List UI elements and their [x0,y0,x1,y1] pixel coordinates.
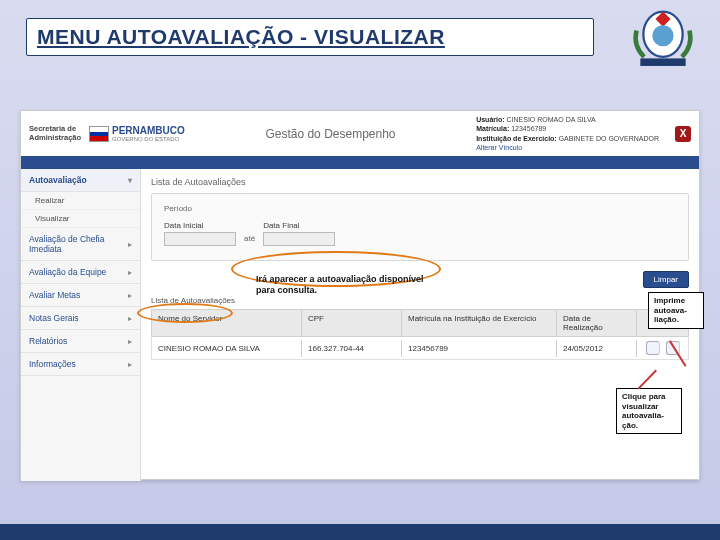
sidebar-item-informacoes[interactable]: Informações▸ [21,353,140,376]
header-strip [21,157,699,169]
chevron-right-icon: ▸ [128,240,132,249]
user-info: Usuário: CINESIO ROMAO DA SILVA Matrícul… [476,115,659,151]
slide-title: MENU AUTOAVALIAÇÃO - VISUALIZAR [27,19,593,55]
sidebar-item-notas[interactable]: Notas Gerais▸ [21,307,140,330]
print-icon-button[interactable] [666,341,680,355]
cell-nome: CINESIO ROMAO DA SILVA [152,340,302,357]
chevron-right-icon: ▸ [128,314,132,323]
view-icon-button[interactable] [646,341,660,355]
limpar-button[interactable]: Limpar [643,271,689,288]
list-title: Lista de Autoavaliações [151,296,689,305]
estado-sub: GOVERNO DO ESTADO [112,136,185,142]
data-inicial-label: Data Inicial [164,221,236,230]
chevron-right-icon: ▸ [128,268,132,277]
app-header: Secretaria de Administração PERNAMBUCO G… [21,111,699,157]
sidebar-item-relatorios[interactable]: Relatórios▸ [21,330,140,353]
table-row: CINESIO ROMAO DA SILVA 166.327.704-44 12… [151,337,689,360]
app-window: Secretaria de Administração PERNAMBUCO G… [20,110,700,480]
col-mat: Matrícula na Instituição de Exercício [402,310,557,336]
col-cpf: CPF [302,310,402,336]
sidebar-sub-visualizar[interactable]: Visualizar [21,210,140,228]
sidebar: Autoavaliação▾ Realizar Visualizar Avali… [21,169,141,481]
slide-footer-bar [0,524,720,540]
cell-cpf: 166.327.704-44 [302,340,402,357]
chevron-right-icon: ▸ [128,291,132,300]
sidebar-item-metas[interactable]: Avaliar Metas▸ [21,284,140,307]
table-header: Nome do Servidor CPF Matrícula na Instit… [151,309,689,337]
cell-data: 24/05/2012 [557,340,637,357]
col-nome: Nome do Servidor [152,310,302,336]
state-crest-icon [624,4,702,72]
svg-rect-2 [640,58,685,66]
chevron-right-icon: ▸ [128,337,132,346]
slide-title-bar: MENU AUTOAVALIAÇÃO - VISUALIZAR [26,18,594,56]
data-final-input[interactable] [263,232,335,246]
col-data: Data de Realização [557,310,637,336]
close-button[interactable]: X [675,126,691,142]
sidebar-item-equipe[interactable]: Avaliação da Equipe▸ [21,261,140,284]
data-inicial-input[interactable] [164,232,236,246]
svg-point-1 [652,25,673,46]
cell-mat: 123456789 [402,340,557,357]
ate-label: até [244,234,255,243]
sidebar-item-chefia[interactable]: Avaliação de Chefia Imediata▸ [21,228,140,261]
pernambuco-logo: PERNAMBUCO GOVERNO DO ESTADO [89,126,185,142]
sidebar-item-autoavaliacao[interactable]: Autoavaliação▾ [21,169,140,192]
period-filter-box: Período Data Inicial até Data Final [151,193,689,261]
flag-icon [89,126,109,142]
secretaria-label: Secretaria de Administração [29,125,79,142]
sidebar-sub-realizar[interactable]: Realizar [21,192,140,210]
estado-name: PERNAMBUCO [112,126,185,136]
chevron-right-icon: ▸ [128,360,132,369]
chevron-down-icon: ▾ [128,176,132,185]
alterar-vinculo-link[interactable]: Alterar Vínculo [476,143,659,152]
app-title: Gestão do Desempenho [265,127,395,141]
panel-title: Lista de Autoavaliações [151,177,689,187]
main-panel: Lista de Autoavaliações Período Data Ini… [141,169,699,481]
data-final-label: Data Final [263,221,335,230]
periodo-label: Período [164,204,676,213]
